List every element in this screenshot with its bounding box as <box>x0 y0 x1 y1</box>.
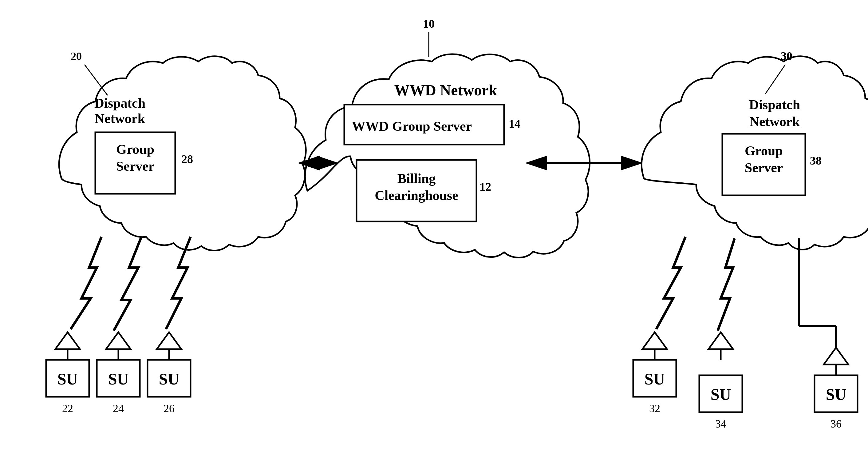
clearinghouse-label: Clearinghouse <box>375 188 458 203</box>
su-22-label: SU <box>58 370 78 388</box>
lightning-left-2 <box>114 237 142 331</box>
right-group-server-number: 38 <box>810 154 822 167</box>
su-24-label: SU <box>108 370 128 388</box>
wwd-number: 10 <box>423 17 435 30</box>
su-34-number: 34 <box>715 418 726 430</box>
right-dispatch-label2: Network <box>749 114 800 129</box>
left-network-number: 20 <box>71 50 82 62</box>
su-32-number: 32 <box>649 402 660 414</box>
su-36-number: 36 <box>831 418 842 430</box>
lightning-left-3 <box>166 237 191 329</box>
wwd-label: WWD Network <box>394 82 497 99</box>
wwd-group-server-label: WWD Group Server <box>352 119 472 134</box>
antenna-34 <box>709 332 733 349</box>
left-group-server-number: 28 <box>181 152 193 166</box>
right-dispatch-label: Dispatch <box>749 97 800 112</box>
left-group-server-label2: Server <box>116 159 155 174</box>
antenna-32 <box>642 332 667 349</box>
billing-label: Billing <box>397 171 436 186</box>
svg-line-0 <box>85 65 107 95</box>
antenna-36 <box>824 348 848 365</box>
lightning-right-1 <box>656 237 685 329</box>
lightning-left-1 <box>71 237 101 329</box>
right-network-number: 30 <box>781 50 793 62</box>
right-group-server-label2: Server <box>745 160 783 175</box>
left-dispatch-label: Dispatch <box>94 96 145 111</box>
left-group-server-label: Group <box>116 142 154 157</box>
antenna-26 <box>157 332 181 349</box>
su-22-number: 22 <box>62 402 73 414</box>
antenna-22 <box>55 332 80 349</box>
su-26-number: 26 <box>163 402 175 414</box>
right-group-server-label: Group <box>745 143 783 159</box>
diagram-container: 20 Dispatch Network Group Server 28 10 W… <box>0 0 868 458</box>
wwd-group-server-number: 14 <box>509 117 520 130</box>
billing-number: 12 <box>479 180 491 193</box>
su-24-number: 24 <box>113 402 124 414</box>
su-34-label: SU <box>711 386 731 403</box>
su-36-label: SU <box>826 386 846 403</box>
antenna-24 <box>106 332 131 349</box>
lightning-right-2 <box>718 238 735 331</box>
left-dispatch-label2: Network <box>95 111 145 126</box>
su-32-label: SU <box>645 370 665 388</box>
su-26-label: SU <box>159 370 179 388</box>
